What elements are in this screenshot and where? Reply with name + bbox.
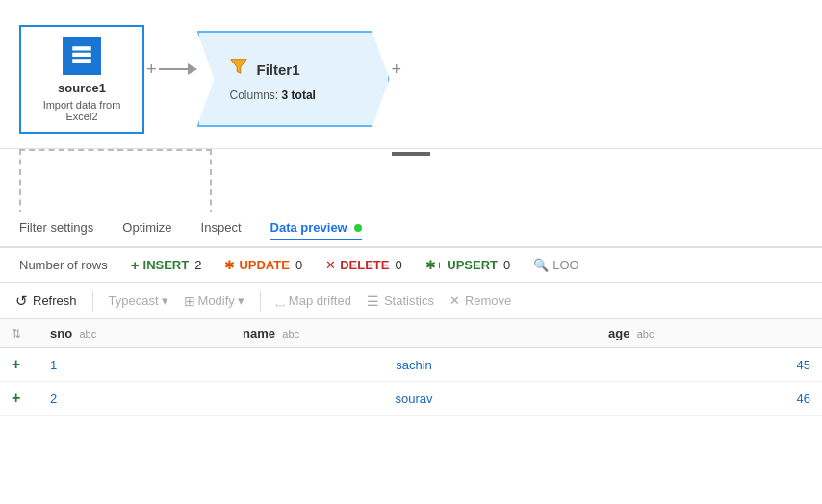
sort-icon: ⇅	[12, 327, 21, 340]
cell-sno: 2	[39, 382, 231, 416]
cell-name: sourav	[231, 382, 597, 416]
stat-delete: ✕ DELETE 0	[325, 258, 402, 272]
statistics-button[interactable]: ☰ Statistics	[367, 293, 434, 309]
filter-columns: Columns: 3 total	[228, 88, 359, 102]
filter-node[interactable]: Filter1 Columns: 3 total	[197, 31, 390, 127]
refresh-button[interactable]: ↺ Refresh	[15, 292, 77, 310]
remove-button[interactable]: ✕ Remove	[450, 293, 511, 308]
toolbar: ↺ Refresh Typecast ▾ ⊞ Modify ▾ ⎵ Map dr…	[0, 283, 822, 319]
map-drifted-icon: ⎵	[276, 293, 284, 309]
cell-age: 45	[597, 348, 822, 382]
tab-data-preview[interactable]: Data preview	[270, 220, 363, 240]
stat-update: ✱ UPDATE 0	[224, 258, 302, 272]
table-header-row: ⇅ sno abc name abc age abc	[0, 319, 822, 348]
pipeline-area: source1 Import data from Excel2 + Filter…	[0, 0, 822, 149]
data-preview-dot	[354, 224, 362, 232]
cell-sno: 1	[39, 348, 231, 382]
row-add-icon[interactable]: +	[12, 390, 20, 406]
row-add-icon[interactable]: +	[12, 356, 20, 372]
typecast-chevron-icon: ▾	[162, 293, 168, 308]
toolbar-sep-1	[92, 291, 93, 311]
modify-icon: ⊞	[184, 293, 195, 309]
col-sno-header[interactable]: sno abc	[39, 319, 231, 348]
divider-handle[interactable]	[392, 152, 430, 156]
tab-filter-settings[interactable]: Filter settings	[19, 220, 93, 240]
tab-inspect[interactable]: Inspect	[201, 220, 242, 240]
map-drifted-button[interactable]: ⎵ Map drifted	[276, 293, 351, 309]
source-icon	[63, 37, 101, 75]
typecast-button[interactable]: Typecast ▾	[109, 293, 168, 308]
stat-lookup: 🔍 LOO	[533, 258, 578, 272]
stats-bar: Number of rows + INSERT 2 ✱ UPDATE 0 ✕ D…	[0, 248, 822, 283]
rows-label: Number of rows	[19, 258, 108, 272]
col-sort[interactable]: ⇅	[0, 319, 39, 348]
filter-plus[interactable]: +	[392, 60, 402, 99]
data-table: ⇅ sno abc name abc age abc	[0, 319, 822, 504]
row-add-cell[interactable]: +	[0, 348, 39, 382]
stat-upsert: ✱+ UPSERT 0	[425, 258, 511, 272]
col-name-header[interactable]: name abc	[231, 319, 597, 348]
tab-optimize[interactable]: Optimize	[122, 220, 171, 240]
source-plus[interactable]: +	[146, 60, 157, 99]
col-age-header[interactable]: age abc	[597, 319, 822, 348]
cell-name: sachin	[231, 348, 597, 382]
statistics-icon: ☰	[367, 293, 379, 309]
cell-age: 46	[597, 382, 822, 416]
table-row: + 1 sachin 45	[0, 348, 822, 382]
stat-insert: + INSERT 2	[131, 257, 202, 273]
pipeline-arrow	[159, 63, 197, 94]
modify-button[interactable]: ⊞ Modify ▾	[184, 293, 244, 309]
bottom-panel: Filter settings Optimize Inspect Data pr…	[0, 212, 822, 504]
filter-title: Filter1	[257, 62, 300, 78]
tabs-bar: Filter settings Optimize Inspect Data pr…	[0, 212, 822, 248]
toolbar-sep-2	[260, 291, 261, 311]
refresh-icon: ↺	[15, 292, 28, 310]
remove-icon: ✕	[450, 293, 460, 308]
row-add-cell[interactable]: +	[0, 382, 39, 416]
table-row: + 2 sourav 46	[0, 382, 822, 416]
source-node[interactable]: source1 Import data from Excel2	[19, 25, 144, 134]
filter-icon	[228, 56, 249, 83]
source-label: source1	[58, 81, 106, 95]
modify-chevron-icon: ▾	[238, 293, 244, 308]
source-sublabel: Import data from Excel2	[31, 99, 133, 122]
filter-header: Filter1	[228, 56, 359, 83]
